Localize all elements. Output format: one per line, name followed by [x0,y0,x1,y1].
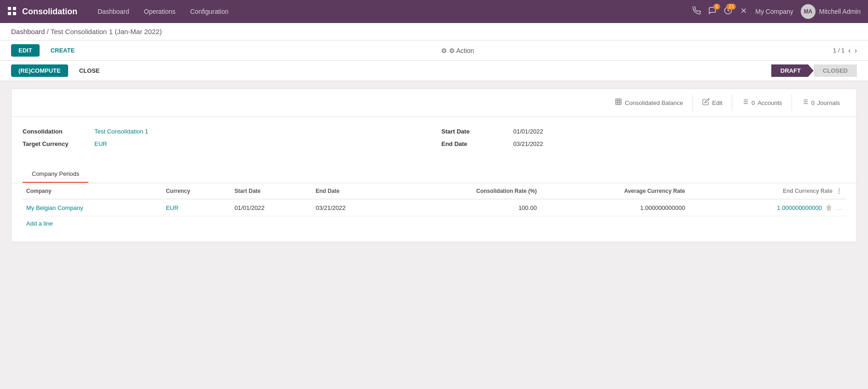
journals-icon [801,98,809,107]
company-link[interactable]: My Belgian Company [26,204,83,211]
end-date-value: 03/21/2022 [513,140,543,147]
close-button[interactable]: CLOSE [72,64,107,77]
form-section-left: Consolidation Test Consolidation 1 Targe… [23,128,427,147]
breadcrumb-current: Test Consolidation 1 (Jan-Mar 2022) [51,28,162,35]
form-section-right: Start Date 01/01/2022 End Date 03/21/202… [442,128,846,147]
svg-rect-3 [13,12,16,15]
col-company: Company [23,183,162,199]
cell-average-rate: 1.000000000000 [541,199,689,216]
nav-operations[interactable]: Operations [139,4,181,19]
consolidation-label: Consolidation [23,128,87,135]
col-end-rate: End Currency Rate⋮ [689,183,845,199]
col-menu-icon[interactable]: ⋮ [836,188,842,194]
consolidation-row: Consolidation Test Consolidation 1 [23,128,427,135]
form-area: Consolidation Test Consolidation 1 Targe… [12,117,856,166]
consolidated-balance-label: Consolidated Balance [625,99,683,106]
phone-icon[interactable] [693,6,701,17]
cell-consolidation-rate: 100.00 [393,199,541,216]
target-currency-row: Target Currency EUR [23,140,427,147]
table-body: My Belgian Company EUR 01/01/2022 03/21/… [23,199,845,216]
cell-end-rate: 1.000000000000 🗑 … [689,199,845,216]
journals-label: Journals [817,99,840,106]
breadcrumb-separator: / [47,28,51,35]
svg-rect-1 [13,7,16,10]
tab-company-periods[interactable]: Company Periods [23,166,88,183]
svg-rect-7 [616,99,621,105]
table-header: Company Currency Start Date End Date Con… [23,183,845,199]
nav-links: Dashboard Operations Configuration [92,4,693,19]
breadcrumb: Dashboard / Test Consolidation 1 (Jan-Ma… [0,23,868,41]
col-start-date: Start Date [231,183,312,199]
target-currency-value[interactable]: EUR [94,140,107,147]
col-consolidation-rate: Consolidation Rate (%) [393,183,541,199]
pagination-next[interactable]: › [855,46,857,55]
edit-icon [702,98,710,107]
cell-company: My Belgian Company [23,199,162,216]
content-card: Consolidated Balance Edit 0 Accounts 0 [11,88,857,242]
cell-end-date: 03/21/2022 [312,199,393,216]
accounts-btn[interactable]: 0 Accounts [732,94,792,111]
action-label: ⚙ Action [449,47,474,54]
start-date-label: Start Date [442,128,506,135]
cell-start-date: 01/01/2022 [231,199,312,216]
row-menu-icon[interactable]: … [836,204,842,211]
activity-badge: 23 [726,4,736,10]
grid-menu-icon[interactable] [7,6,17,17]
accounts-label: Accounts [757,99,782,106]
status-closed[interactable]: CLOSED [814,64,857,77]
action-bar: EDIT CREATE ⚙ ⚙ Action 1 / 1 ‹ › [0,41,868,61]
create-button[interactable]: CREATE [43,44,82,57]
table-icon [615,98,622,107]
status-draft[interactable]: DRAFT [771,64,814,77]
svg-rect-0 [8,7,11,10]
main-content: Consolidated Balance Edit 0 Accounts 0 [0,81,868,250]
journals-count: 0 [811,99,815,106]
app-title: Consolidation [22,7,77,17]
edit-form-label: Edit [712,99,722,106]
action-menu[interactable]: ⚙ ⚙ Action [441,47,474,54]
button-row: Consolidated Balance Edit 0 Accounts 0 [12,89,856,117]
end-date-row: End Date 03/21/2022 [442,140,846,147]
nav-dashboard[interactable]: Dashboard [92,4,135,19]
chat-badge: 6 [713,4,721,10]
close-icon[interactable] [740,6,748,17]
pagination-text: 1 / 1 [833,47,845,54]
edit-form-btn[interactable]: Edit [693,94,732,111]
top-navigation: Consolidation Dashboard Operations Confi… [0,0,868,23]
journals-btn[interactable]: 0 Journals [792,94,849,111]
user-menu[interactable]: MA Mitchell Admin [801,4,861,19]
end-date-label: End Date [442,140,506,147]
nav-configuration[interactable]: Configuration [185,4,234,19]
company-name[interactable]: My Company [755,8,793,15]
start-date-value: 01/01/2022 [513,128,543,135]
svg-rect-2 [8,12,11,15]
top-right-actions: 6 23 My Company MA Mitchell Admin [693,4,861,19]
col-average-rate: Average Currency Rate [541,183,689,199]
user-name: Mitchell Admin [819,8,861,15]
edit-button[interactable]: EDIT [11,44,40,57]
table-area: Company Currency Start Date End Date Con… [12,183,856,242]
col-end-date: End Date [312,183,393,199]
list-icon [741,98,749,107]
currency-link[interactable]: EUR [166,204,178,211]
consolidated-balance-btn[interactable]: Consolidated Balance [606,94,693,111]
status-bar: (RE)COMPUTE CLOSE DRAFT CLOSED [0,61,868,81]
pagination: 1 / 1 ‹ › [833,46,857,55]
form-grid: Consolidation Test Consolidation 1 Targe… [23,128,845,147]
avatar: MA [801,4,816,19]
delete-icon[interactable]: 🗑 [826,204,832,211]
recompute-button[interactable]: (RE)COMPUTE [11,64,68,77]
breadcrumb-root[interactable]: Dashboard [11,28,45,35]
activity-icon[interactable]: 23 [724,6,732,17]
chat-icon[interactable]: 6 [708,6,717,17]
start-date-row: Start Date 01/01/2022 [442,128,846,135]
accounts-count: 0 [751,99,755,106]
col-currency: Currency [162,183,231,199]
table-row: My Belgian Company EUR 01/01/2022 03/21/… [23,199,845,216]
pagination-prev[interactable]: ‹ [848,46,851,55]
company-periods-table: Company Currency Start Date End Date Con… [23,183,845,216]
consolidation-value[interactable]: Test Consolidation 1 [94,128,148,135]
cell-currency: EUR [162,199,231,216]
add-line-btn[interactable]: Add a line [23,216,845,231]
end-rate-value: 1.000000000000 [777,204,822,211]
